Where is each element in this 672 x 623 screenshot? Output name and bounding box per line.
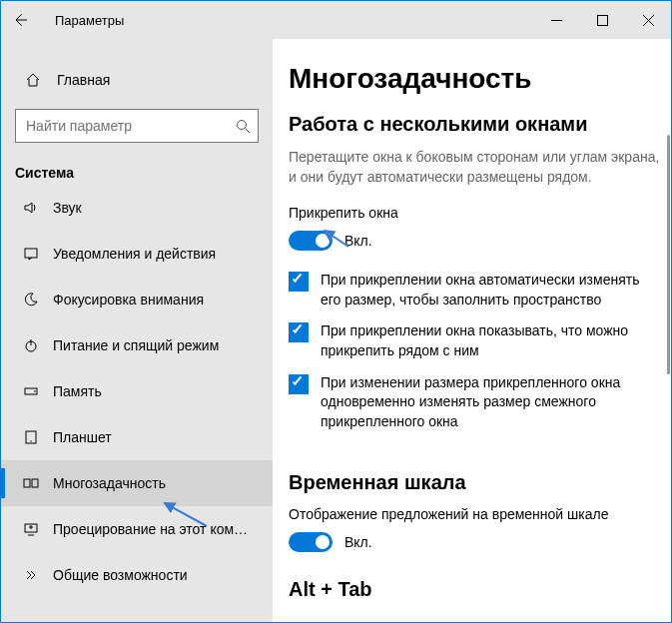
sidebar-item-focus[interactable]: Фокусировка внимания bbox=[1, 277, 273, 322]
sidebar-nav: Звук Уведомления и действия Фокусировка … bbox=[1, 185, 273, 598]
snap-toggle-row: Вкл. bbox=[289, 231, 661, 251]
svg-rect-8 bbox=[24, 479, 30, 487]
sidebar-item-label: Фокусировка внимания bbox=[45, 292, 204, 308]
client-area: Главная Система Звук bbox=[1, 39, 671, 622]
sidebar-item-label: Уведомления и действия bbox=[45, 246, 216, 262]
window-controls bbox=[533, 1, 671, 39]
timeline-toggle-row: Вкл. bbox=[289, 532, 661, 552]
sidebar-item-multitasking[interactable]: Многозадачность bbox=[1, 460, 273, 506]
sidebar-item-label: Планшет bbox=[45, 429, 112, 445]
svg-point-1 bbox=[237, 120, 246, 129]
notification-icon bbox=[17, 246, 45, 262]
speaker-icon bbox=[17, 200, 45, 216]
timeline-toggle-state: Вкл. bbox=[344, 534, 372, 550]
sidebar-item-notifications[interactable]: Уведомления и действия bbox=[1, 231, 273, 277]
snap-toggle-state: Вкл. bbox=[344, 233, 372, 249]
main-content: Многозадачность Работа с несколькими окн… bbox=[273, 39, 671, 622]
svg-rect-0 bbox=[597, 15, 607, 25]
svg-point-7 bbox=[30, 440, 31, 441]
home-icon bbox=[21, 72, 45, 88]
multitasking-icon bbox=[17, 475, 45, 491]
page-title: Многозадачность bbox=[289, 63, 661, 95]
timeline-label: Отображение предложений на временной шка… bbox=[289, 506, 661, 522]
minimize-button[interactable] bbox=[533, 1, 579, 39]
projection-icon bbox=[17, 521, 45, 537]
sidebar-item-label: Память bbox=[45, 383, 102, 399]
timeline-toggle[interactable] bbox=[289, 532, 333, 552]
arrow-left-icon bbox=[12, 12, 28, 28]
search-box[interactable] bbox=[15, 109, 259, 143]
search-input[interactable] bbox=[16, 110, 228, 142]
sidebar-item-shared[interactable]: Общие возможности bbox=[1, 552, 273, 598]
snap-option-label: При изменении размера прикрепленного окн… bbox=[321, 373, 661, 432]
sidebar-item-storage[interactable]: Память bbox=[1, 368, 273, 414]
svg-rect-2 bbox=[25, 249, 37, 258]
snap-heading: Работа с несколькими окнами bbox=[289, 113, 661, 136]
snap-toggle-label: Прикрепить окна bbox=[289, 205, 661, 221]
back-button[interactable] bbox=[1, 12, 39, 28]
snap-toggle[interactable] bbox=[289, 231, 333, 251]
sidebar-item-label: Проецирование на этот компьютер bbox=[45, 521, 253, 537]
timeline-heading: Временная шкала bbox=[289, 471, 661, 494]
alt-tab-heading-partial: Alt + Tab bbox=[289, 578, 661, 601]
moon-icon bbox=[17, 292, 45, 308]
sidebar-item-power[interactable]: Питание и спящий режим bbox=[1, 322, 273, 368]
scroll-region: Работа с несколькими окнами Перетащите о… bbox=[289, 113, 661, 622]
power-icon bbox=[17, 337, 45, 353]
scrollbar-thumb[interactable] bbox=[667, 135, 670, 374]
snap-option-checkbox-1[interactable] bbox=[289, 272, 309, 292]
svg-point-5 bbox=[34, 390, 36, 392]
snap-section: Работа с несколькими окнами Перетащите о… bbox=[289, 113, 661, 431]
titlebar: Параметры bbox=[1, 1, 671, 39]
sidebar-item-projection[interactable]: Проецирование на этот компьютер bbox=[1, 506, 273, 552]
home-label: Главная bbox=[45, 72, 110, 88]
sidebar: Главная Система Звук bbox=[1, 39, 273, 622]
snap-option-label: При прикреплении окна показывать, что мо… bbox=[321, 321, 661, 360]
snap-option-row: При изменении размера прикрепленного окн… bbox=[289, 373, 661, 432]
snap-option-row: При прикреплении окна показывать, что мо… bbox=[289, 321, 661, 360]
sidebar-item-tablet[interactable]: Планшет bbox=[1, 414, 273, 460]
snap-option-label: При прикреплении окна автоматически изме… bbox=[321, 271, 661, 310]
sidebar-item-label: Общие возможности bbox=[45, 567, 188, 583]
svg-rect-9 bbox=[32, 479, 38, 487]
search-icon bbox=[228, 119, 258, 134]
settings-window: Параметры Главная bbox=[0, 0, 672, 623]
window-title: Параметры bbox=[39, 13, 124, 28]
close-button[interactable] bbox=[625, 1, 671, 39]
snap-description: Перетащите окна к боковым сторонам или у… bbox=[289, 148, 661, 187]
sidebar-section-header: Система bbox=[1, 143, 273, 185]
snap-option-checkbox-2[interactable] bbox=[289, 322, 309, 342]
sidebar-item-label: Питание и спящий режим bbox=[45, 337, 219, 353]
snap-option-checkbox-3[interactable] bbox=[289, 374, 309, 394]
sidebar-item-label: Звук bbox=[45, 200, 82, 216]
storage-icon bbox=[17, 383, 45, 399]
sidebar-item-sound[interactable]: Звук bbox=[1, 185, 273, 231]
shared-icon bbox=[17, 567, 45, 583]
home-button[interactable]: Главная bbox=[1, 59, 273, 101]
tablet-icon bbox=[17, 429, 45, 445]
sidebar-item-label: Многозадачность bbox=[45, 475, 166, 491]
timeline-section: Временная шкала Отображение предложений … bbox=[289, 471, 661, 552]
snap-option-row: При прикреплении окна автоматически изме… bbox=[289, 271, 661, 310]
maximize-button[interactable] bbox=[579, 1, 625, 39]
